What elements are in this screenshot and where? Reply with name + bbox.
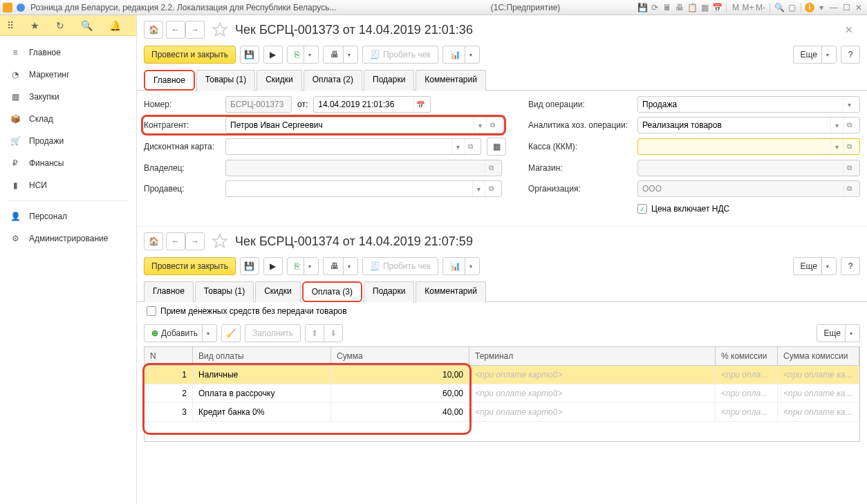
- help-button[interactable]: ?: [841, 257, 860, 275]
- more-button[interactable]: Еще▾: [793, 46, 837, 64]
- windows-icon[interactable]: ▢: [786, 2, 797, 13]
- dropdown-icon[interactable]: ▾: [830, 118, 843, 133]
- home-button[interactable]: 🏠: [144, 21, 163, 39]
- maximize-icon[interactable]: ☐: [841, 2, 852, 13]
- add-button[interactable]: ⊕Добавить▾: [144, 324, 217, 342]
- seller-field[interactable]: ▾⧉: [225, 180, 502, 197]
- tab-discounts[interactable]: Скидки: [255, 281, 301, 302]
- tab-gifts[interactable]: Подарки: [364, 70, 414, 91]
- tab-goods[interactable]: Товары (1): [195, 281, 254, 302]
- back-button[interactable]: ←: [166, 232, 185, 250]
- table-row[interactable]: 2 Оплата в рассрочку 60,00 <при оплате к…: [144, 384, 859, 403]
- favorite-icon[interactable]: [212, 21, 228, 38]
- fill-button[interactable]: Заполнить: [245, 324, 301, 342]
- favorite-icon[interactable]: [212, 233, 228, 250]
- dropdown-icon[interactable]: ▾: [843, 97, 855, 112]
- dropdown-icon[interactable]: ▾: [816, 2, 827, 13]
- calc-icon[interactable]: 🖩: [662, 2, 673, 13]
- m-minus-button[interactable]: M-: [755, 2, 766, 13]
- cash-no-goods-checkbox[interactable]: Прием денежных средств без передачи това…: [137, 302, 867, 320]
- table-row[interactable]: 1 Наличные 10,00 <при оплате картой> <пр…: [144, 366, 859, 384]
- sidebar-item-main[interactable]: ≡Главное: [0, 41, 136, 64]
- move-up-button[interactable]: ⬆: [305, 324, 324, 342]
- sidebar-item-warehouse[interactable]: 📦Склад: [0, 108, 136, 130]
- sidebar-item-nsi[interactable]: ▮НСИ: [0, 174, 136, 196]
- tab-payment[interactable]: Оплата (3): [302, 281, 362, 302]
- col-commission-pct[interactable]: % комиссии: [716, 347, 778, 365]
- sidebar-item-sales[interactable]: 🛒Продажи: [0, 130, 136, 152]
- delete-button[interactable]: 🧹: [221, 324, 241, 342]
- copy-button[interactable]: ⎘▾: [287, 257, 319, 275]
- number-field[interactable]: БСРЦ-001373: [225, 96, 292, 113]
- table-row[interactable]: 3 Кредит банка 0% 40,00 <при оплате карт…: [144, 403, 859, 422]
- info-icon[interactable]: i: [805, 3, 814, 12]
- analytics-field[interactable]: Реализация товаров▾⧉: [637, 117, 860, 133]
- forward-button[interactable]: →: [185, 232, 205, 250]
- save-button[interactable]: 💾: [240, 257, 259, 275]
- col-commission-sum[interactable]: Сумма комиссии: [778, 347, 859, 365]
- apps-icon[interactable]: ⠿: [7, 20, 14, 31]
- report-button[interactable]: 📊▾: [442, 46, 480, 64]
- open-icon[interactable]: ⧉: [843, 118, 855, 133]
- help-button[interactable]: ?: [841, 46, 860, 64]
- open-icon[interactable]: ⧉: [486, 118, 498, 133]
- move-down-button[interactable]: ⬇: [324, 324, 343, 342]
- col-n[interactable]: N: [144, 347, 193, 365]
- sidebar-item-personnel[interactable]: 👤Персонал: [0, 205, 136, 227]
- tab-main[interactable]: Главное: [144, 281, 194, 302]
- save-icon[interactable]: 💾: [637, 2, 648, 13]
- forward-button[interactable]: →: [185, 21, 205, 39]
- post-close-button[interactable]: Провести и закрыть: [144, 257, 236, 275]
- history-icon[interactable]: ↻: [56, 20, 64, 31]
- date-field[interactable]: 14.04.2019 21:01:36📅: [313, 96, 431, 113]
- punch-check-button[interactable]: 🧾Пробить чек: [362, 257, 438, 275]
- print-button[interactable]: 🖶▾: [323, 46, 358, 64]
- save-button[interactable]: 💾: [240, 46, 259, 64]
- dropdown-icon[interactable]: ▾: [830, 139, 843, 154]
- tab-discounts[interactable]: Скидки: [257, 70, 302, 91]
- tab-goods[interactable]: Товары (1): [196, 70, 255, 91]
- sidebar-item-admin[interactable]: ⚙Администрирование: [0, 227, 136, 250]
- sidebar-item-marketing[interactable]: ◔Маркетинг: [0, 64, 136, 86]
- more-button[interactable]: Еще▾: [793, 257, 837, 275]
- open-icon[interactable]: ⧉: [485, 181, 497, 196]
- col-type[interactable]: Вид оплаты: [193, 347, 331, 365]
- open-icon[interactable]: ⧉: [843, 139, 855, 154]
- tab-payment[interactable]: Оплата (2): [304, 70, 362, 91]
- doc1-close[interactable]: ✕: [838, 24, 860, 35]
- col-sum[interactable]: Сумма: [331, 347, 469, 365]
- star-icon[interactable]: ★: [30, 20, 39, 31]
- dropdown-icon[interactable]: ▾: [472, 181, 485, 196]
- table-icon[interactable]: ▦: [699, 2, 710, 13]
- discount-card-field[interactable]: ▾⧉: [225, 138, 481, 155]
- open-icon[interactable]: ⧉: [485, 160, 497, 176]
- counterparty-field[interactable]: Петров Иван Сергеевич▾⧉: [225, 117, 503, 133]
- clipboard-icon[interactable]: 📋: [687, 2, 698, 13]
- m-button[interactable]: M: [730, 2, 741, 13]
- back-button[interactable]: ←: [166, 21, 185, 39]
- punch-check-button[interactable]: 🧾Пробить чек: [362, 46, 438, 64]
- post-close-button[interactable]: Провести и закрыть: [144, 46, 236, 64]
- zoom-icon[interactable]: 🔍: [774, 2, 785, 13]
- tab-gifts[interactable]: Подарки: [364, 281, 414, 302]
- m-plus-button[interactable]: M+: [743, 2, 754, 13]
- kkm-field[interactable]: ▾⧉: [637, 138, 860, 155]
- dropdown-icon[interactable]: ▾: [451, 139, 464, 154]
- tab-main[interactable]: Главное: [144, 70, 195, 91]
- print-button[interactable]: 🖶▾: [323, 257, 358, 275]
- calendar-icon[interactable]: 📅: [413, 97, 426, 112]
- bell-icon[interactable]: 🔔: [109, 20, 121, 31]
- print-icon[interactable]: 🖶: [674, 2, 685, 13]
- minimize-icon[interactable]: —: [828, 2, 839, 13]
- card-action-button[interactable]: ▦: [487, 138, 506, 156]
- home-button[interactable]: 🏠: [144, 232, 163, 250]
- op-type-field[interactable]: Продажа▾: [637, 96, 860, 113]
- more-button[interactable]: Еще▾: [817, 324, 860, 342]
- copy-button[interactable]: ⎘▾: [287, 46, 319, 64]
- post-button[interactable]: ▶: [263, 46, 283, 64]
- vat-checkbox[interactable]: ✓Цена включает НДС: [637, 201, 729, 216]
- dropdown-icon[interactable]: ▾: [474, 118, 486, 133]
- calendar-icon[interactable]: 📅: [711, 2, 722, 13]
- sidebar-item-finance[interactable]: ₽Финансы: [0, 152, 136, 174]
- refresh-icon[interactable]: ⟳: [649, 2, 660, 13]
